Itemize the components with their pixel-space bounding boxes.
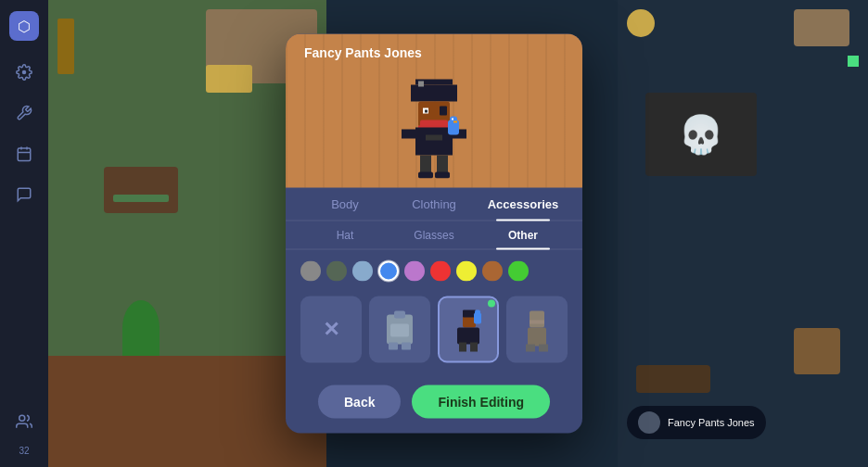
popup-name: Fancy Pants Jones xyxy=(668,417,755,428)
character-editor-modal: Fancy Pants Jones xyxy=(286,34,582,434)
item-slot-empty[interactable]: ✕ xyxy=(300,297,362,363)
svg-rect-13 xyxy=(440,107,447,116)
tab-accessories[interactable]: Accessories xyxy=(479,188,568,221)
svg-rect-43 xyxy=(539,345,548,352)
svg-rect-31 xyxy=(389,343,398,350)
sidebar-item-users[interactable] xyxy=(7,405,41,438)
svg-rect-24 xyxy=(420,156,431,174)
modal-title: Fancy Pants Jones xyxy=(304,45,564,60)
tab-other[interactable]: Other xyxy=(479,221,568,249)
skull-flag: 💀 xyxy=(645,93,757,176)
svg-rect-29 xyxy=(390,324,409,337)
selected-indicator xyxy=(488,300,495,308)
svg-rect-11 xyxy=(425,110,428,113)
game-right-area: 💀 Fancy Pants Jones xyxy=(618,0,868,467)
modal-header: Fancy Pants Jones xyxy=(286,34,582,188)
tab-hat[interactable]: Hat xyxy=(300,221,389,249)
svg-rect-7 xyxy=(418,82,424,87)
color-swatch-green[interactable] xyxy=(508,261,529,282)
svg-rect-16 xyxy=(415,128,453,156)
color-palette xyxy=(286,250,582,289)
item-grid: ✕ xyxy=(286,289,582,378)
tab-body[interactable]: Body xyxy=(300,188,389,221)
svg-rect-41 xyxy=(528,328,546,347)
svg-rect-17 xyxy=(426,135,442,141)
svg-rect-30 xyxy=(394,311,405,319)
sidebar-item-build[interactable] xyxy=(7,96,41,130)
svg-rect-34 xyxy=(463,310,476,318)
character-sprite xyxy=(392,72,476,179)
color-swatch-brown[interactable] xyxy=(482,261,503,282)
svg-rect-40 xyxy=(530,311,544,328)
svg-rect-37 xyxy=(457,328,479,345)
sidebar-item-calendar[interactable] xyxy=(7,137,41,170)
svg-rect-23 xyxy=(453,121,457,123)
item-slot-2[interactable] xyxy=(438,297,499,363)
svg-rect-18 xyxy=(402,130,416,139)
primary-tabs: Body Clothing Accessories xyxy=(286,188,582,221)
modal-footer: Back Finish Editing xyxy=(286,378,582,434)
svg-rect-36 xyxy=(475,310,480,316)
svg-rect-38 xyxy=(459,343,466,352)
item-slot-3[interactable] xyxy=(506,297,568,363)
app-logo: ⬡ xyxy=(9,11,39,41)
svg-rect-42 xyxy=(526,345,535,352)
secondary-tabs: Hat Glasses Other xyxy=(286,221,582,250)
svg-rect-39 xyxy=(470,343,478,352)
sidebar: ⬡ 32 xyxy=(0,0,48,467)
color-swatch-red[interactable] xyxy=(430,261,451,282)
svg-rect-0 xyxy=(18,148,31,161)
color-swatch-darkgreen[interactable] xyxy=(326,261,347,282)
character-preview xyxy=(304,68,564,188)
character-name-popup: Fancy Pants Jones xyxy=(627,406,766,439)
svg-rect-27 xyxy=(435,172,450,179)
svg-rect-26 xyxy=(418,172,433,179)
sidebar-item-chat[interactable] xyxy=(7,178,41,211)
item-slot-1[interactable] xyxy=(369,297,430,363)
svg-rect-22 xyxy=(452,119,453,120)
color-swatch-gray[interactable] xyxy=(300,261,321,282)
svg-rect-32 xyxy=(402,343,411,350)
tab-clothing[interactable]: Clothing xyxy=(389,188,479,221)
game-left-area xyxy=(48,0,326,467)
user-count: 32 xyxy=(19,446,29,456)
color-swatch-lightblue[interactable] xyxy=(352,261,373,282)
svg-rect-6 xyxy=(411,85,457,102)
svg-rect-25 xyxy=(437,156,448,174)
color-swatch-yellow[interactable] xyxy=(456,261,477,282)
tab-glasses[interactable]: Glasses xyxy=(389,221,479,249)
color-swatch-blue[interactable] xyxy=(378,261,399,282)
sidebar-item-settings[interactable] xyxy=(7,56,41,89)
svg-rect-44 xyxy=(530,321,544,324)
color-swatch-purple[interactable] xyxy=(404,261,425,282)
popup-avatar xyxy=(638,411,660,434)
back-button[interactable]: Back xyxy=(318,385,401,419)
finish-editing-button[interactable]: Finish Editing xyxy=(412,385,550,419)
svg-point-4 xyxy=(19,415,25,421)
